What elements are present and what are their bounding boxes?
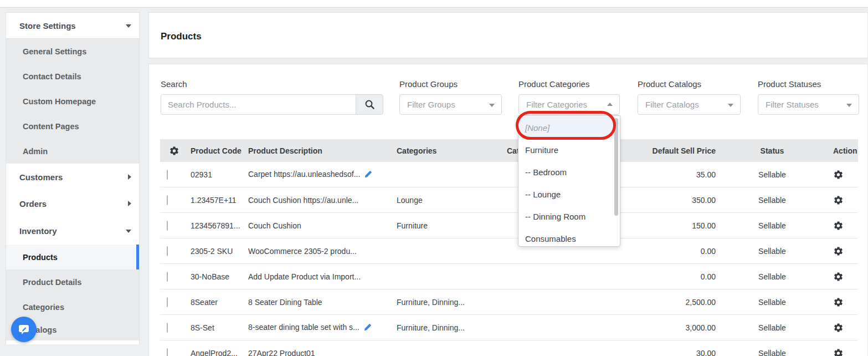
sidebar-item-categories[interactable]: Categories xyxy=(6,294,139,319)
dropdown-option-none[interactable]: [None] xyxy=(519,116,615,139)
product-categories: Furniture, Dinning... xyxy=(397,298,465,307)
column-settings-gear-icon[interactable] xyxy=(169,145,179,156)
top-bar xyxy=(0,0,868,8)
chevron-right-icon xyxy=(128,174,131,180)
chat-widget-button[interactable] xyxy=(11,317,37,342)
column-header-default-sell-price: Default Sell Price xyxy=(633,146,716,155)
product-categories-label: Product Categories xyxy=(518,79,589,89)
row-checkbox[interactable] xyxy=(167,272,168,282)
column-header-categories: Categories xyxy=(397,146,436,155)
product-description: 8 Seater Dining Table xyxy=(248,298,322,307)
sidebar-item-custom-homepage[interactable]: Custom Homepage xyxy=(6,89,139,114)
chevron-down-icon xyxy=(489,104,495,107)
product-code: 8Seater xyxy=(191,298,218,307)
product-statuses-select[interactable]: Filter Statuses xyxy=(758,94,859,115)
dropdown-option-furniture[interactable]: Furniture xyxy=(519,139,615,161)
search-button[interactable] xyxy=(356,94,383,115)
table-row: 2305-2 SKU WooCommerce 2305-2 produ... 0… xyxy=(160,238,858,264)
default-sell-price: 3,000.00 xyxy=(633,323,716,332)
chevron-down-icon xyxy=(126,24,131,28)
dropdown-option-dinning-room[interactable]: -- Dinning Room xyxy=(519,205,615,227)
column-header-product-code: Product Code xyxy=(191,146,242,155)
page-header-card: Products xyxy=(148,12,868,58)
table-row: AngelProd2... 27Apr22 Product01 30.00 Se… xyxy=(160,340,858,356)
select-value: Filter Groups xyxy=(407,100,455,109)
default-sell-price: 35.00 xyxy=(633,170,716,179)
edit-pencil-icon[interactable] xyxy=(364,323,372,333)
row-action-gear-icon[interactable] xyxy=(833,322,850,333)
search-input[interactable] xyxy=(161,94,356,115)
select-value: Filter Catalogs xyxy=(645,100,699,109)
product-code: 02931 xyxy=(191,170,212,179)
default-sell-price: 350.00 xyxy=(633,196,716,205)
product-groups-label: Product Groups xyxy=(399,79,458,89)
sidebar-item-label: Orders xyxy=(19,199,47,208)
option-label: -- Lounge xyxy=(525,190,561,199)
product-description: 8-seater dining table set with s... xyxy=(248,323,372,333)
products-panel: Search Product Groups Filter Groups Prod… xyxy=(148,64,868,356)
sidebar-item-admin[interactable]: Admin xyxy=(6,139,139,164)
product-description: Add Update Product via Import... xyxy=(248,272,361,281)
row-checkbox[interactable] xyxy=(167,221,168,231)
column-header-action: Action xyxy=(833,146,850,155)
select-value: Filter Categories xyxy=(526,100,587,109)
default-sell-price: 150.00 xyxy=(633,221,716,230)
chevron-up-icon xyxy=(607,103,613,106)
chat-pencil-icon xyxy=(17,322,31,337)
dropdown-option-lounge[interactable]: -- Lounge xyxy=(519,183,615,205)
chevron-down-icon xyxy=(728,104,733,107)
status-badge: Sellable xyxy=(744,247,800,256)
sidebar-item-label: Product Details xyxy=(23,278,81,287)
product-description: Couch Cushion xyxy=(248,221,301,230)
products-table: Product Code Product Description Categor… xyxy=(160,139,858,356)
row-action-gear-icon[interactable] xyxy=(833,297,850,307)
row-action-gear-icon[interactable] xyxy=(833,195,850,205)
chevron-down-icon xyxy=(846,104,852,107)
status-badge: Sellable xyxy=(744,196,800,205)
product-groups-select[interactable]: Filter Groups xyxy=(399,94,502,115)
option-label: -- Bedroom xyxy=(525,167,567,177)
product-categories-select[interactable]: Filter Categories xyxy=(518,94,620,115)
sidebar-item-orders[interactable]: Orders xyxy=(6,190,139,217)
row-checkbox[interactable] xyxy=(167,195,168,205)
sidebar-item-customers[interactable]: Customers xyxy=(6,164,139,190)
table-row: 30-NoBase Add Update Product via Import.… xyxy=(160,264,858,289)
table-row: 8S-Set 8-seater dining table set with s.… xyxy=(160,315,858,340)
product-code: 30-NoBase xyxy=(191,272,229,281)
option-label: -- Dinning Room xyxy=(525,212,585,221)
product-code: 1234567891... xyxy=(191,221,240,230)
row-action-gear-icon[interactable] xyxy=(833,246,850,256)
row-checkbox[interactable] xyxy=(167,170,168,180)
sidebar-item-label: Admin xyxy=(23,147,48,156)
row-checkbox[interactable] xyxy=(167,323,168,333)
row-action-gear-icon[interactable] xyxy=(833,271,850,282)
sidebar-item-inventory[interactable]: Inventory xyxy=(6,217,139,245)
sidebar-item-label: Inventory xyxy=(19,226,57,236)
status-badge: Sellable xyxy=(744,298,800,307)
sidebar-item-label: Contact Details xyxy=(23,72,81,81)
option-label: Furniture xyxy=(525,145,558,155)
product-categories: Furniture, Dinning... xyxy=(397,323,465,332)
table-row: 1.23457E+11 Couch Cushion https://au.unl… xyxy=(160,187,858,213)
sidebar-item-contact-details[interactable]: Contact Details xyxy=(6,64,139,89)
sidebar-item-store-settings[interactable]: Store Settings xyxy=(6,13,139,39)
row-action-gear-icon[interactable] xyxy=(833,169,850,180)
row-checkbox[interactable] xyxy=(167,246,168,256)
row-checkbox[interactable] xyxy=(167,297,168,307)
sidebar-item-general-settings[interactable]: General Settings xyxy=(6,39,139,64)
row-action-gear-icon[interactable] xyxy=(833,348,850,356)
option-label: Consumables xyxy=(525,234,576,243)
sidebar-item-product-details[interactable]: Product Details xyxy=(6,269,139,294)
product-description: Couch Cushion https://au.unle... xyxy=(248,196,358,205)
edit-pencil-icon[interactable] xyxy=(364,170,372,180)
select-value: Filter Statuses xyxy=(766,100,819,109)
product-catalogs-select[interactable]: Filter Catalogs xyxy=(638,94,741,115)
dropdown-scrollbar-thumb[interactable] xyxy=(614,118,618,216)
dropdown-option-consumables[interactable]: Consumables xyxy=(519,227,615,250)
sidebar-item-products[interactable]: Products xyxy=(6,245,139,269)
dropdown-option-bedroom[interactable]: -- Bedroom xyxy=(519,161,615,183)
row-action-gear-icon[interactable] xyxy=(833,220,850,231)
sidebar-item-content-pages[interactable]: Content Pages xyxy=(6,114,139,139)
product-description: Carpet https://au.unleashedsof... xyxy=(248,170,372,180)
row-checkbox[interactable] xyxy=(167,348,168,356)
